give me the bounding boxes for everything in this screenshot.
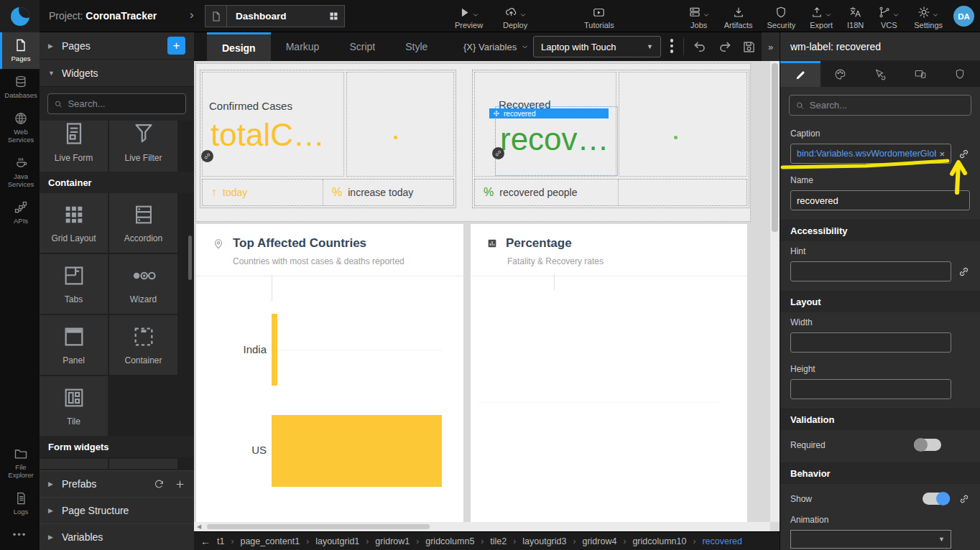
tab-security[interactable] <box>940 61 980 87</box>
device-selector[interactable]: Laptop with Touch ▼ <box>533 36 661 57</box>
widget-tabs[interactable]: Tabs <box>40 254 108 314</box>
refresh-icon[interactable] <box>154 479 165 490</box>
security-button[interactable]: Security <box>767 6 795 29</box>
tab-styles[interactable] <box>820 61 861 87</box>
left-panel-scrollbar[interactable] <box>188 236 192 280</box>
name-input-field[interactable] <box>797 195 963 206</box>
bar-india[interactable] <box>272 314 277 386</box>
panel-percentage[interactable]: Percentage Fatality & Recovery rates <box>471 224 747 528</box>
panel-top-affected-countries[interactable]: Top Affected Countries Countries with mo… <box>196 224 463 528</box>
hint-input[interactable] <box>790 261 951 281</box>
breadcrumb-item[interactable]: gridcolumn5 <box>425 536 474 546</box>
page-structure-section-header[interactable]: ▶ Page Structure <box>40 497 194 523</box>
show-toggle[interactable] <box>923 493 950 505</box>
canvas-horizontal-scrollbar[interactable]: ◀ <box>194 522 770 531</box>
tutorials-button[interactable]: Tutorials <box>584 6 614 29</box>
recovered-right-cell[interactable] <box>619 72 747 177</box>
rail-item-apis[interactable]: APIs <box>0 195 40 231</box>
scroll-left-icon[interactable]: ◀ <box>197 523 201 530</box>
width-input-field[interactable] <box>797 337 945 348</box>
jobs-button[interactable]: Jobs <box>688 6 710 29</box>
grid-view-icon[interactable] <box>323 11 344 22</box>
properties-search[interactable] <box>789 95 971 116</box>
confirmed-right-cell[interactable] <box>346 72 454 177</box>
breadcrumb-item[interactable]: layoutgrid3 <box>522 536 566 546</box>
variables-section-header[interactable]: ▶ Variables <box>40 523 194 550</box>
widgets-section-header[interactable]: ▼ Widgets <box>40 60 194 87</box>
rail-item-pages[interactable]: Pages <box>0 32 40 69</box>
today-cell[interactable]: ↑ today <box>203 180 323 205</box>
widget-accordion[interactable]: Accordion <box>109 193 177 253</box>
plus-icon[interactable] <box>175 479 185 490</box>
preview-button[interactable]: Preview <box>455 6 483 29</box>
hint-input-field[interactable] <box>797 266 945 277</box>
breadcrumb-item[interactable]: gridrow1 <box>375 536 410 546</box>
width-input[interactable] <box>790 332 951 353</box>
breadcrumb-item-selected[interactable]: recovered <box>702 536 742 546</box>
bind-property-icon[interactable] <box>958 148 970 160</box>
deploy-button[interactable]: Deploy <box>503 6 527 29</box>
rail-item-java-services[interactable]: Java Services <box>0 150 40 195</box>
recovered-bottom-empty-cell[interactable] <box>619 180 636 205</box>
undo-button[interactable] <box>693 39 708 55</box>
clear-binding-icon[interactable]: × <box>939 149 945 159</box>
canvas-top-grid[interactable]: Confirmed Cases totalC… ↑ today % <box>195 63 751 222</box>
widget-search-input[interactable] <box>68 98 180 109</box>
kebab-menu-icon[interactable] <box>667 39 677 53</box>
save-button[interactable] <box>741 39 757 55</box>
height-input-field[interactable] <box>797 384 945 395</box>
i18n-button[interactable]: I18N <box>847 6 864 29</box>
settings-button[interactable]: Settings <box>914 6 943 29</box>
widget-search[interactable] <box>47 93 186 114</box>
breadcrumb-item[interactable]: t1 <box>217 536 224 546</box>
export-button[interactable]: Export <box>810 6 833 29</box>
canvas-vertical-scrollbar[interactable] <box>770 61 780 522</box>
recovered-bottom-row[interactable]: % recovered people <box>474 179 747 206</box>
tile-confirmed-cases[interactable]: Confirmed Cases totalC… ↑ today % <box>200 70 456 208</box>
prefabs-section-header[interactable]: ▶ Prefabs <box>40 470 194 497</box>
confirmed-label-cell[interactable]: Confirmed Cases totalC… <box>202 72 344 177</box>
pages-section-header[interactable]: ▶ Pages + <box>40 32 194 60</box>
tab-markup[interactable]: Markup <box>271 32 335 61</box>
page-tab-dashboard[interactable]: Dashboard <box>205 5 345 27</box>
selected-widget-tag[interactable]: recovered <box>489 108 609 118</box>
design-canvas[interactable]: Confirmed Cases totalC… ↑ today % <box>194 61 780 531</box>
bar-us[interactable] <box>272 415 442 487</box>
widget-live-filter[interactable]: Live Filter <box>109 121 177 172</box>
bind-property-icon[interactable] <box>958 493 970 505</box>
breadcrumb-item[interactable]: page_content1 <box>240 536 300 546</box>
breadcrumb-item[interactable]: tile2 <box>490 536 507 546</box>
increase-today-cell[interactable]: % increase today <box>323 180 422 205</box>
add-page-button[interactable]: + <box>167 37 185 55</box>
properties-search-input[interactable] <box>810 100 965 111</box>
confirmed-value-label[interactable]: totalC… <box>211 117 325 153</box>
confirmed-bottom-row[interactable]: ↑ today % increase today <box>202 179 454 206</box>
tab-events[interactable] <box>860 61 900 87</box>
rail-item-databases[interactable]: Databases <box>0 69 40 106</box>
tab-style[interactable]: Style <box>390 32 443 61</box>
name-input[interactable] <box>790 190 970 210</box>
recovered-people-cell[interactable]: % recovered people <box>475 180 619 205</box>
tab-script[interactable]: Script <box>334 32 390 61</box>
widget-tile[interactable]: Tile <box>40 376 108 436</box>
breadcrumb-item[interactable]: gridcolumn10 <box>632 536 686 546</box>
redo-button[interactable] <box>717 39 732 55</box>
rail-item-file-explorer[interactable]: File Explorer <box>0 441 40 485</box>
animation-select[interactable]: ▼ <box>790 530 951 549</box>
vcs-button[interactable]: VCS <box>878 6 900 29</box>
tab-properties[interactable] <box>780 61 820 87</box>
breadcrumb-back-icon[interactable]: ← <box>200 536 211 547</box>
more-icon[interactable]: ••• <box>0 522 40 550</box>
rail-item-logs[interactable]: Logs <box>0 485 40 522</box>
expand-right-panel-button[interactable]: » <box>762 32 780 61</box>
widget-live-form[interactable]: Live Form <box>40 121 108 172</box>
required-toggle[interactable] <box>914 439 941 451</box>
rail-item-web-services[interactable]: Web Services <box>0 106 40 150</box>
widget-panel[interactable]: Panel <box>40 315 108 375</box>
user-avatar[interactable]: DA <box>953 6 974 27</box>
caption-input[interactable]: bind:Variables.wsvWordometerGlobal.c × <box>790 144 951 164</box>
widget-container[interactable]: Container <box>109 315 177 375</box>
widget-grid-layout[interactable]: Grid Layout <box>40 193 108 253</box>
variables-button[interactable]: {X} Variables <box>463 32 529 61</box>
breadcrumb-item[interactable]: layoutgrid1 <box>315 536 359 546</box>
